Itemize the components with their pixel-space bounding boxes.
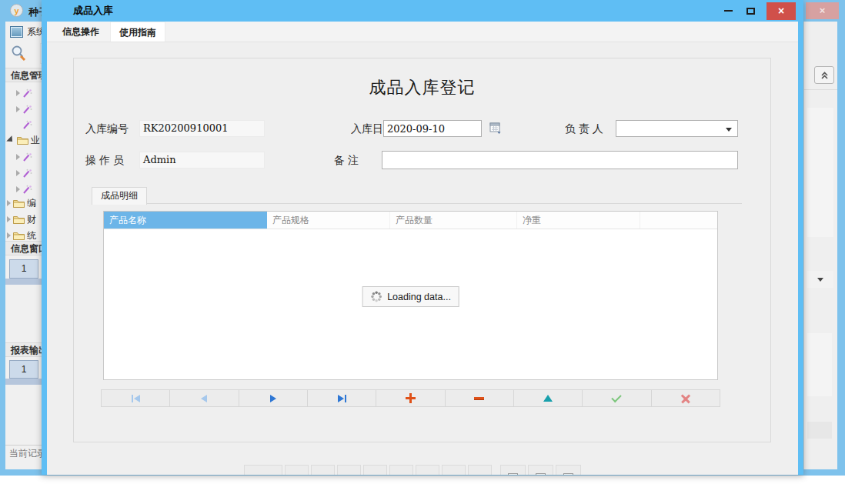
bottom-button[interactable] (285, 465, 309, 475)
chevron-down-icon (726, 128, 732, 132)
app-logo-icon: y (10, 4, 23, 17)
wand-icon (22, 120, 32, 130)
column-header-empty (640, 212, 717, 229)
expand-arrow-icon[interactable] (16, 106, 20, 112)
grid-header-row: 产品名称 产品规格 产品数量 净重 (104, 212, 717, 229)
tree-item-folder[interactable]: 财 (7, 212, 36, 226)
nav-first-button[interactable] (102, 390, 170, 406)
tool-icon (536, 473, 546, 475)
calendar-picker-button[interactable] (489, 122, 503, 135)
tab-info-operation[interactable]: 信息操作 (54, 22, 108, 42)
collapse-arrow-icon[interactable] (6, 135, 15, 144)
remark-label: 备 注 (334, 152, 359, 169)
inbound-no-label: 入库编号 (85, 120, 129, 137)
expand-arrow-icon[interactable] (16, 186, 20, 192)
menu-item-system[interactable]: 系统 (10, 25, 45, 38)
report-output-tab-strip (5, 379, 46, 385)
panel-dropdown[interactable] (807, 271, 833, 288)
record-navigator (101, 389, 720, 407)
remark-input[interactable] (382, 151, 738, 169)
bottom-button[interactable] (363, 465, 387, 475)
nav-post-button[interactable] (583, 390, 651, 406)
expand-arrow-icon[interactable] (16, 90, 20, 96)
tab-user-guide[interactable]: 使用指南 (110, 22, 165, 42)
dialog-window-controls: × (717, 0, 796, 22)
info-window-tab-1[interactable]: 1 (9, 259, 38, 279)
sidebar-header-report-output: 报表输出 (5, 342, 46, 357)
nav-cancel-button[interactable] (652, 390, 720, 406)
wand-icon (22, 152, 32, 162)
column-header-net-weight[interactable]: 净重 (517, 212, 640, 229)
bottom-button[interactable] (244, 465, 282, 475)
search-toolbar-button[interactable] (8, 42, 28, 64)
inbound-date-input[interactable] (383, 120, 482, 137)
calendar-icon (489, 122, 502, 134)
wand-icon (22, 185, 32, 195)
operator-label: 操 作 员 (85, 152, 124, 169)
nav-append-button[interactable] (376, 390, 445, 406)
dialog-content: 成品入库登记 入库编号 RK20200910001 入库日期 负 责 人 (47, 42, 798, 475)
spinner-icon (370, 291, 382, 302)
bottom-tool-button[interactable] (500, 465, 526, 475)
expand-arrow-icon[interactable] (7, 232, 11, 239)
expand-arrow-icon[interactable] (7, 200, 11, 206)
minimize-button[interactable] (717, 0, 740, 22)
bottom-button[interactable] (311, 465, 335, 475)
tab-underline (92, 203, 742, 204)
folder-icon (13, 199, 25, 208)
tool-icon (508, 473, 518, 475)
tool-icon (563, 473, 573, 475)
close-button[interactable]: × (767, 2, 796, 20)
nav-edit-button[interactable] (514, 390, 583, 406)
main-window-frame-right (837, 22, 845, 476)
nav-last-button[interactable] (308, 390, 376, 406)
main-close-button[interactable]: × (806, 2, 839, 19)
maximize-button[interactable] (740, 0, 762, 22)
tree-item-folder[interactable]: 编 (7, 196, 36, 210)
column-header-product-name[interactable]: 产品名称 (104, 212, 267, 229)
bottom-tool-button[interactable] (556, 465, 581, 475)
column-header-product-qty[interactable]: 产品数量 (390, 212, 517, 229)
tree-item[interactable] (16, 150, 35, 164)
screen: y 种子公 × 系统 信息管理 (0, 0, 845, 504)
chevron-down-icon (817, 278, 823, 282)
expand-arrow-icon[interactable] (7, 216, 11, 222)
collapse-panel-button[interactable] (814, 66, 834, 84)
first-record-icon (132, 395, 140, 402)
bottom-button[interactable] (468, 465, 492, 475)
bottom-button[interactable] (416, 465, 439, 475)
bottom-button[interactable] (389, 465, 413, 475)
toolbar-gap (494, 465, 498, 466)
sidebar-header-info-manage: 信息管理 (5, 68, 46, 82)
nav-next-button[interactable] (239, 390, 308, 406)
tree-item[interactable] (16, 166, 35, 180)
bottom-tool-button[interactable] (528, 465, 553, 475)
main-window-frame-left (0, 22, 5, 476)
expand-arrow-icon[interactable] (16, 154, 20, 160)
tree-item[interactable] (16, 182, 35, 196)
nav-delete-button[interactable] (446, 390, 514, 406)
expand-arrow-icon[interactable] (16, 170, 20, 176)
loading-indicator: Loading data... (362, 286, 459, 307)
folder-icon (13, 215, 25, 224)
tree-item[interactable] (16, 102, 35, 116)
bottom-button[interactable] (337, 465, 361, 475)
tree-item[interactable] (16, 118, 35, 132)
system-menu-icon (10, 26, 23, 38)
column-header-product-spec[interactable]: 产品规格 (267, 212, 390, 229)
bottom-toolbar-partial (244, 465, 581, 475)
tree-item[interactable] (16, 86, 35, 100)
tree-item-label: 统 (27, 229, 36, 242)
tab-product-detail[interactable]: 成品明细 (92, 187, 147, 205)
manager-dropdown[interactable] (616, 120, 738, 137)
tree-item-folder[interactable]: 业 (7, 133, 40, 147)
nav-prior-button[interactable] (170, 390, 239, 406)
folder-icon (17, 135, 28, 145)
panel-list-area (807, 108, 833, 237)
product-detail-grid: 产品名称 产品规格 产品数量 净重 Loading data. (103, 211, 718, 380)
inbound-no-value: RK20200910001 (139, 120, 265, 137)
page-title: 成品入库登记 (74, 76, 770, 99)
report-output-tab-1[interactable]: 1 (9, 360, 38, 379)
bottom-button[interactable] (442, 465, 466, 475)
loading-text: Loading data... (387, 292, 451, 302)
